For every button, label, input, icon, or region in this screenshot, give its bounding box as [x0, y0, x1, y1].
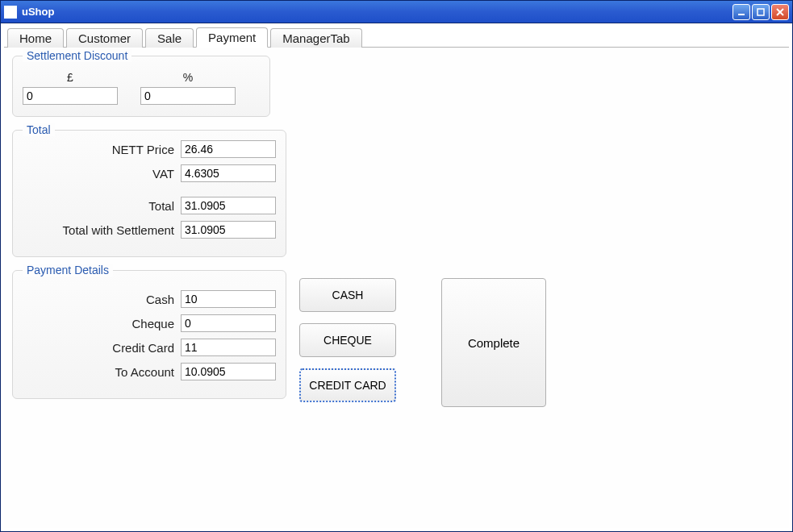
legend-settlement: Settlement Discount: [23, 49, 131, 62]
label-pound: £: [67, 71, 73, 84]
input-settlement-percent[interactable]: [140, 87, 236, 105]
legend-total: Total: [23, 123, 55, 136]
label-vat: VAT: [152, 167, 174, 181]
cheque-button[interactable]: CHEQUE: [299, 323, 396, 357]
tab-payment[interactable]: Payment: [196, 27, 268, 48]
payment-button-column: CASH CHEQUE CREDIT CARD: [299, 270, 396, 402]
window-title: uShop: [22, 6, 732, 18]
label-total-settlement: Total with Settlement: [63, 223, 174, 237]
tab-managertab[interactable]: ManagerTab: [270, 28, 361, 48]
input-nett-price[interactable]: [181, 140, 276, 158]
payment-area: Payment Details Cash Cheque Credit Card: [12, 270, 781, 407]
tab-content-payment: Settlement Discount £ % Total NETT Pric: [4, 48, 789, 528]
input-cheque[interactable]: [181, 314, 276, 332]
tab-customer[interactable]: Customer: [66, 28, 143, 48]
client-area: Home Customer Sale Payment ManagerTab Se…: [1, 23, 792, 531]
input-to-account[interactable]: [181, 363, 276, 380]
group-total: Total NETT Price VAT Total Total with Se…: [12, 130, 286, 257]
window-controls: [732, 4, 789, 20]
app-window: uShop Home Customer Sale Payment Manager…: [0, 0, 793, 532]
input-total[interactable]: [181, 197, 276, 214]
minimize-button[interactable]: [732, 4, 750, 20]
tab-home[interactable]: Home: [7, 28, 64, 48]
label-total: Total: [148, 199, 174, 213]
label-credit-card: Credit Card: [112, 341, 174, 355]
app-icon: [4, 6, 17, 19]
tab-sale[interactable]: Sale: [145, 28, 194, 48]
label-nett: NETT Price: [112, 143, 174, 156]
cash-button[interactable]: CASH: [299, 278, 396, 312]
input-total-settlement[interactable]: [181, 221, 276, 239]
close-button[interactable]: [771, 4, 789, 20]
group-settlement-discount: Settlement Discount £ %: [12, 56, 270, 117]
input-vat[interactable]: [181, 164, 276, 182]
complete-button[interactable]: Complete: [441, 278, 546, 407]
close-icon: [776, 8, 784, 16]
maximize-icon: [757, 8, 765, 16]
legend-payment-details: Payment Details: [23, 264, 113, 276]
group-payment-details: Payment Details Cash Cheque Credit Card: [12, 270, 286, 399]
label-cash: Cash: [146, 293, 174, 306]
label-to-account: To Account: [115, 365, 174, 379]
credit-card-button[interactable]: CREDIT CARD: [299, 368, 396, 402]
label-cheque: Cheque: [131, 317, 174, 330]
tabstrip: Home Customer Sale Payment ManagerTab: [4, 27, 789, 48]
svg-rect-1: [758, 9, 764, 15]
label-percent: %: [183, 71, 193, 84]
input-settlement-pound[interactable]: [23, 87, 118, 105]
minimize-icon: [737, 8, 745, 16]
input-cash[interactable]: [181, 290, 276, 308]
maximize-button[interactable]: [752, 4, 770, 20]
titlebar[interactable]: uShop: [1, 1, 792, 23]
input-credit-card[interactable]: [181, 339, 276, 356]
